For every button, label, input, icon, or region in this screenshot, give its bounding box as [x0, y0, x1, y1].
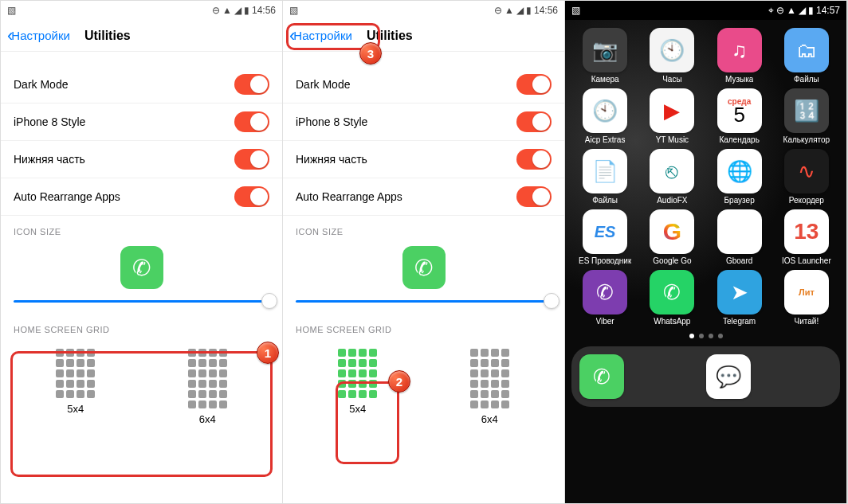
- grid-options: 5x4 6x4: [283, 339, 564, 444]
- grid-preview-icon: [338, 349, 377, 398]
- app-label: AudioFX: [657, 196, 687, 205]
- setting-row[interactable]: Dark Mode: [1, 66, 282, 104]
- app-label: Браузер: [724, 196, 755, 205]
- setting-row[interactable]: Auto Rearrange Apps: [283, 178, 564, 216]
- settings-content: Dark Mode iPhone 8 Style Нижняя часть Au…: [1, 52, 282, 503]
- wifi-icon: ▲: [222, 5, 232, 16]
- app-icon: 🕙: [650, 28, 694, 72]
- app-label: Календарь: [719, 135, 759, 144]
- app-icon: ✆: [583, 270, 627, 315]
- toggle-switch[interactable]: [234, 186, 269, 207]
- toggle-switch[interactable]: [234, 111, 269, 132]
- app-файлы[interactable]: 📄Файлы: [573, 149, 637, 205]
- toggle-switch[interactable]: [516, 186, 552, 207]
- app-icon: Лит: [784, 270, 829, 315]
- app-icon: ∿: [784, 149, 829, 193]
- app-label: Telegram: [723, 317, 756, 326]
- back-label: Настройки: [293, 29, 352, 42]
- app-камера[interactable]: 📷Камера: [573, 28, 637, 84]
- clock-text: 14:56: [534, 5, 558, 16]
- app-icon: G: [650, 209, 694, 254]
- section-home-grid: HOME SCREEN GRID: [1, 314, 282, 339]
- grid-option-6x4[interactable]: 6x4: [465, 344, 514, 430]
- app-icon: ⎋: [650, 149, 694, 193]
- back-button[interactable]: ‹ Настройки: [289, 27, 352, 45]
- app-label: Камера: [591, 75, 619, 84]
- grid-option-6x4[interactable]: 6x4: [183, 344, 232, 430]
- nav-header: ‹ Настройки Utilities: [1, 20, 282, 52]
- app-читай![interactable]: ЛитЧитай!: [775, 270, 838, 326]
- app-файлы[interactable]: 🗂Файлы: [775, 28, 838, 84]
- dock-app-phone[interactable]: ✆: [579, 354, 624, 399]
- setting-row[interactable]: iPhone 8 Style: [1, 104, 282, 141]
- app-часы[interactable]: 🕙Часы: [640, 28, 704, 84]
- setting-row[interactable]: Нижняя часть: [1, 141, 282, 178]
- app-музыка[interactable]: ♫Музыка: [708, 28, 771, 84]
- setting-row[interactable]: Dark Mode: [283, 66, 564, 104]
- app-ios-launcher[interactable]: 13IOS Launcher: [775, 209, 838, 265]
- page-indicator[interactable]: [565, 326, 846, 343]
- page-title: Utilities: [367, 29, 413, 43]
- toggle-switch[interactable]: [516, 149, 552, 170]
- app-icon: среда5: [717, 88, 762, 133]
- app-viber[interactable]: ✆Viber: [573, 270, 637, 326]
- app-whatsapp[interactable]: ✆WhatsApp: [640, 270, 704, 326]
- page-title: Utilities: [84, 29, 131, 43]
- toggle-switch[interactable]: [234, 149, 269, 170]
- setting-row[interactable]: iPhone 8 Style: [283, 104, 564, 141]
- back-button[interactable]: ‹ Настройки: [7, 27, 70, 45]
- dnd-icon: ⊖: [212, 5, 220, 16]
- settings-content: Dark Mode iPhone 8 Style Нижняя часть Au…: [283, 52, 564, 503]
- app-aicp-extras[interactable]: 🕙Aicp Extras: [573, 88, 637, 144]
- toggle-switch[interactable]: [234, 74, 269, 95]
- slider-thumb[interactable]: [544, 293, 559, 309]
- app-yt-music[interactable]: ▶YT Music: [640, 88, 704, 144]
- home-screen[interactable]: 📷Камера🕙Часы♫Музыка🗂Файлы🕙Aicp Extras▶YT…: [565, 20, 846, 503]
- app-icon: ➤: [717, 270, 762, 315]
- grid-option-label: 6x4: [470, 413, 509, 425]
- grid-preview-icon: [470, 349, 509, 408]
- slider-thumb[interactable]: [261, 293, 277, 309]
- app-label: IOS Launcher: [782, 256, 831, 265]
- icon-size-slider[interactable]: [283, 297, 564, 314]
- app-рекордер[interactable]: ∿Рекордер: [775, 149, 838, 205]
- phone-screen-3: ▧ ⌖ ⊖ ▲ ◢ ▮ 14:57 📷Камера🕙Часы♫Музыка🗂Фа…: [565, 1, 847, 503]
- grid-options: 5x4 6x4: [1, 339, 282, 444]
- app-icon: ES: [583, 209, 627, 254]
- app-калькулятор[interactable]: 🔢Калькулятор: [775, 88, 838, 144]
- dock-app-messages[interactable]: 💬: [706, 354, 751, 399]
- app-es-проводник[interactable]: ESES Проводник: [573, 209, 637, 265]
- status-bar: ▧ ⌖ ⊖ ▲ ◢ ▮ 14:57: [565, 1, 846, 20]
- grid-preview-icon: [56, 349, 95, 398]
- phone-icon: ✆: [402, 246, 446, 289]
- app-icon: ♫: [717, 28, 762, 72]
- setting-row[interactable]: Auto Rearrange Apps: [1, 178, 282, 216]
- toggle-switch[interactable]: [516, 111, 552, 132]
- phone-screen-1: ▧ ⊖ ▲ ◢ ▮ 14:56 ‹ Настройки Utilities Da…: [1, 1, 283, 503]
- setting-row[interactable]: Нижняя часть: [283, 141, 564, 178]
- app-календарь[interactable]: среда5Календарь: [708, 88, 771, 144]
- dnd-icon: ⊖: [776, 5, 784, 16]
- signal-icon: ◢: [516, 5, 524, 16]
- grid-preview-icon: [188, 349, 227, 408]
- icon-size-slider[interactable]: [1, 297, 282, 314]
- app-google-go[interactable]: GGoogle Go: [640, 209, 704, 265]
- grid-option-label: 5x4: [338, 403, 377, 415]
- section-home-grid: HOME SCREEN GRID: [283, 314, 564, 339]
- app-label: ES Проводник: [579, 256, 631, 265]
- app-label: YT Music: [656, 135, 689, 144]
- section-icon-size: ICON SIZE: [283, 216, 564, 241]
- clock-text: 14:56: [252, 5, 276, 16]
- app-audiofx[interactable]: ⎋AudioFX: [640, 149, 704, 205]
- toggle-switch[interactable]: [516, 74, 552, 95]
- app-gboard[interactable]: ⌨Gboard: [708, 209, 771, 265]
- grid-option-5x4[interactable]: 5x4: [51, 344, 100, 430]
- app-label: Файлы: [592, 196, 618, 205]
- setting-label: Auto Rearrange Apps: [296, 190, 402, 203]
- app-telegram[interactable]: ➤Telegram: [708, 270, 771, 326]
- grid-option-5x4[interactable]: 5x4: [333, 344, 382, 430]
- app-браузер[interactable]: 🌐Браузер: [708, 149, 771, 205]
- nav-header: ‹ Настройки Utilities: [283, 20, 564, 52]
- app-icon: 📷: [583, 28, 627, 72]
- app-icon: 🔢: [784, 88, 829, 133]
